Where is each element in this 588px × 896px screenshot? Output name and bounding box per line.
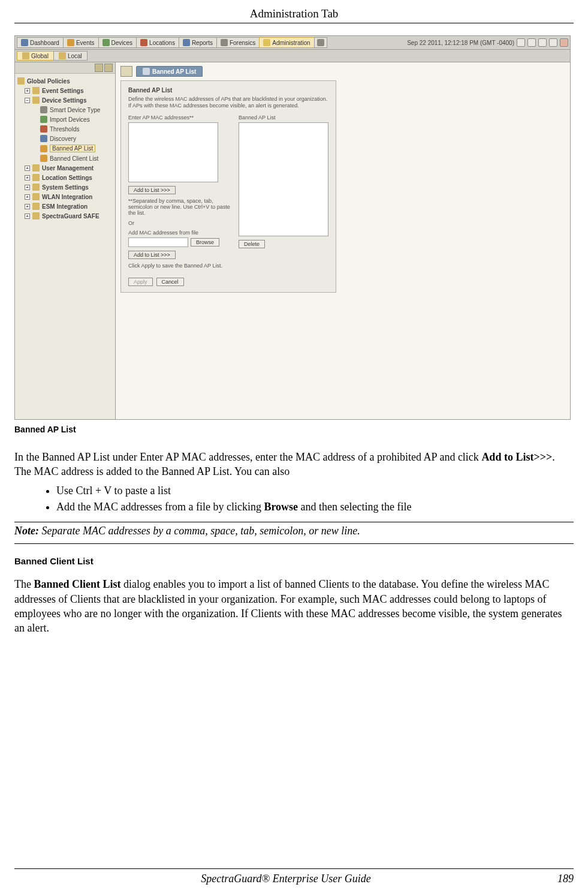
cancel-button[interactable]: Cancel bbox=[156, 278, 184, 286]
footer-guide-title: SpectraGuard® Enterprise User Guide bbox=[201, 873, 370, 885]
tree-esm-integration[interactable]: +ESM Integration bbox=[23, 202, 114, 211]
locations-icon bbox=[140, 39, 147, 46]
panel-description: Define the wireless MAC addresses of APs… bbox=[128, 96, 328, 110]
expand-icon[interactable]: + bbox=[25, 214, 30, 219]
timestamp: Sep 22 2011, 12:12:18 PM (GMT -0400) bbox=[407, 40, 514, 46]
tab-extra-icon[interactable] bbox=[314, 37, 327, 48]
expand-icon[interactable]: + bbox=[25, 166, 30, 171]
list-item: Use Ctrl + V to paste a list bbox=[56, 483, 574, 500]
tree-item-thresholds[interactable]: Thresholds bbox=[39, 124, 114, 134]
folder-icon bbox=[32, 193, 40, 200]
tree-system-settings[interactable]: +System Settings bbox=[23, 182, 114, 192]
folder-icon bbox=[32, 212, 40, 220]
expand-icon[interactable]: + bbox=[25, 194, 30, 200]
section-heading-banned-client-list: Banned Client List bbox=[14, 556, 574, 566]
scope-row: Global Local bbox=[15, 50, 570, 62]
expand-icon[interactable]: + bbox=[25, 204, 30, 209]
banned-list-box[interactable] bbox=[239, 122, 328, 236]
folder-icon bbox=[32, 87, 40, 94]
local-icon bbox=[59, 52, 66, 59]
sidebar: Global Policies +Event Settings −Device … bbox=[15, 62, 116, 419]
scope-local-button[interactable]: Local bbox=[53, 51, 88, 61]
delete-button[interactable]: Delete bbox=[239, 240, 265, 248]
folder-icon bbox=[17, 77, 25, 85]
or-label: Or bbox=[128, 220, 230, 226]
app-body: Global Policies +Event Settings −Device … bbox=[15, 62, 570, 419]
expand-icon[interactable]: + bbox=[25, 88, 30, 94]
note-line: Note: Separate MAC addresses by a comma,… bbox=[14, 525, 574, 537]
scope-label: Global bbox=[31, 53, 49, 59]
breadcrumb-row: Banned AP List bbox=[120, 66, 565, 77]
reports-icon bbox=[183, 39, 190, 46]
tab-events[interactable]: Events bbox=[63, 37, 99, 48]
tree-spectraguard-safe[interactable]: +SpectraGuard SAFE bbox=[23, 211, 114, 221]
sidebar-tools bbox=[15, 62, 115, 74]
folder-icon bbox=[32, 164, 40, 172]
text: Add the MAC addresses from a file by cli… bbox=[56, 501, 264, 513]
win-btn-2[interactable] bbox=[527, 38, 536, 47]
app-screenshot: Dashboard Events Devices Locations Repor… bbox=[14, 35, 571, 420]
tree-location-settings[interactable]: +Location Settings bbox=[23, 173, 114, 182]
left-column: Enter AP MAC addresses** Add to List >>>… bbox=[128, 115, 230, 269]
file-path-input[interactable] bbox=[128, 237, 188, 247]
scope-global-button[interactable]: Global bbox=[17, 51, 54, 61]
tree-item-smart-device-type[interactable]: Smart Device Type bbox=[39, 105, 114, 115]
add-to-list-button-2[interactable]: Add to List >>> bbox=[128, 251, 176, 259]
app-top-right: Sep 22 2011, 12:12:18 PM (GMT -0400) bbox=[407, 37, 568, 48]
win-btn-1[interactable] bbox=[517, 38, 525, 47]
tree-global-policies[interactable]: Global Policies bbox=[16, 76, 114, 86]
tree-item-banned-client-list[interactable]: Banned Client List bbox=[39, 154, 114, 163]
breadcrumb-tab: Banned AP List bbox=[136, 66, 203, 77]
leaf-icon bbox=[40, 116, 47, 123]
tree-user-management[interactable]: +User Management bbox=[23, 163, 114, 173]
refresh-icon bbox=[317, 39, 324, 46]
win-btn-3[interactable] bbox=[538, 38, 547, 47]
expand-icon[interactable]: + bbox=[25, 185, 30, 190]
tree-wlan-integration[interactable]: +WLAN Integration bbox=[23, 192, 114, 202]
page-number: 189 bbox=[557, 873, 574, 885]
tab-label: Dashboard bbox=[30, 40, 59, 46]
leaf-icon bbox=[40, 135, 47, 142]
tree-device-settings[interactable]: −Device Settings bbox=[23, 95, 114, 105]
tab-administration[interactable]: Administration bbox=[259, 37, 314, 48]
save-hint: Click Apply to save the Banned AP List. bbox=[128, 263, 230, 269]
main-panel: Banned AP List Banned AP List Define the… bbox=[116, 62, 570, 419]
win-btn-4[interactable] bbox=[549, 38, 557, 47]
leaf-icon bbox=[40, 145, 47, 152]
tab-devices[interactable]: Devices bbox=[98, 37, 137, 48]
tree-item-discovery[interactable]: Discovery bbox=[39, 134, 114, 143]
banned-list-label: Banned AP List bbox=[239, 115, 328, 121]
browse-button[interactable]: Browse bbox=[191, 238, 219, 246]
bold-text: Banned Client List bbox=[34, 578, 120, 590]
app-top-toolbar: Dashboard Events Devices Locations Repor… bbox=[15, 36, 570, 50]
bullet-list: Use Ctrl + V to paste a list Add the MAC… bbox=[14, 483, 574, 516]
sidebar-tool-1[interactable] bbox=[95, 64, 103, 72]
events-icon bbox=[67, 39, 74, 46]
tab-dashboard[interactable]: Dashboard bbox=[17, 37, 64, 48]
tree-item-import-devices[interactable]: Import Devices bbox=[39, 115, 114, 124]
leaf-icon bbox=[40, 125, 47, 133]
breadcrumb-title: Banned AP List bbox=[152, 68, 196, 75]
expand-icon[interactable]: + bbox=[25, 175, 30, 181]
devices-icon bbox=[102, 39, 110, 46]
add-to-list-button-1[interactable]: Add to List >>> bbox=[128, 186, 176, 194]
note-label: Note: bbox=[14, 525, 39, 537]
apply-button[interactable]: Apply bbox=[128, 278, 153, 286]
enter-mac-textarea[interactable] bbox=[128, 122, 218, 182]
collapse-icon[interactable]: − bbox=[25, 98, 30, 103]
leaf-icon bbox=[40, 106, 47, 113]
tab-label: Administration bbox=[272, 40, 310, 46]
scope-label: Local bbox=[68, 53, 82, 59]
tab-locations[interactable]: Locations bbox=[136, 37, 179, 48]
tab-label: Devices bbox=[111, 40, 133, 46]
sidebar-tool-2[interactable] bbox=[104, 64, 113, 72]
tree-item-banned-ap-list[interactable]: Banned AP List bbox=[39, 143, 114, 154]
win-close-button[interactable] bbox=[560, 38, 568, 47]
tab-reports[interactable]: Reports bbox=[179, 37, 217, 48]
tab-label: Reports bbox=[192, 40, 213, 46]
folder-icon bbox=[32, 174, 40, 181]
bold-text: Add to List>>> bbox=[481, 451, 552, 463]
breadcrumb-icon-1[interactable] bbox=[120, 66, 132, 77]
tab-forensics[interactable]: Forensics bbox=[216, 37, 260, 48]
tree-event-settings[interactable]: +Event Settings bbox=[23, 86, 114, 95]
